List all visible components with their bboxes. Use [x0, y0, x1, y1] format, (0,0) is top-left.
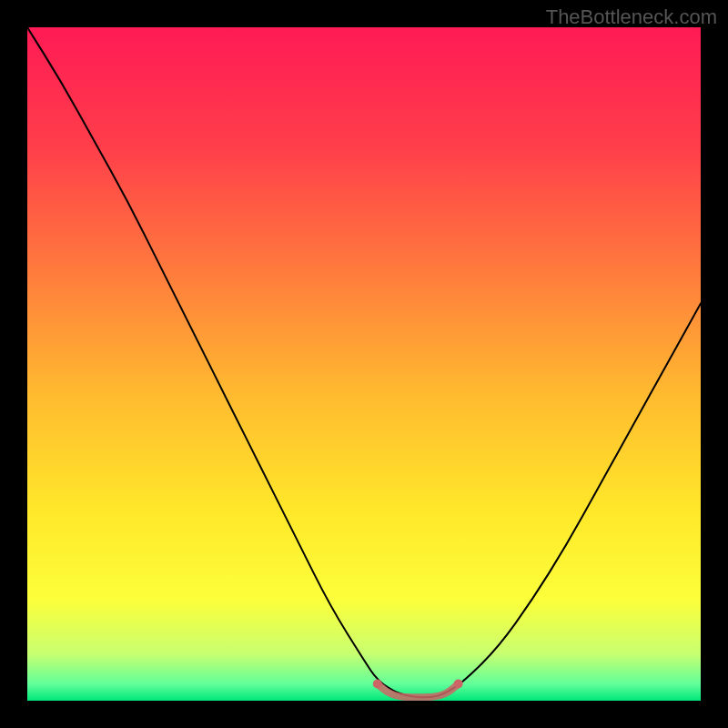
plateau-end-dot [454, 680, 463, 689]
plateau-end-dot [373, 680, 382, 689]
chart-svg [27, 27, 701, 701]
bottleneck-chart [27, 27, 701, 701]
watermark-text: TheBottleneck.com [546, 5, 717, 29]
chart-background [27, 27, 701, 701]
